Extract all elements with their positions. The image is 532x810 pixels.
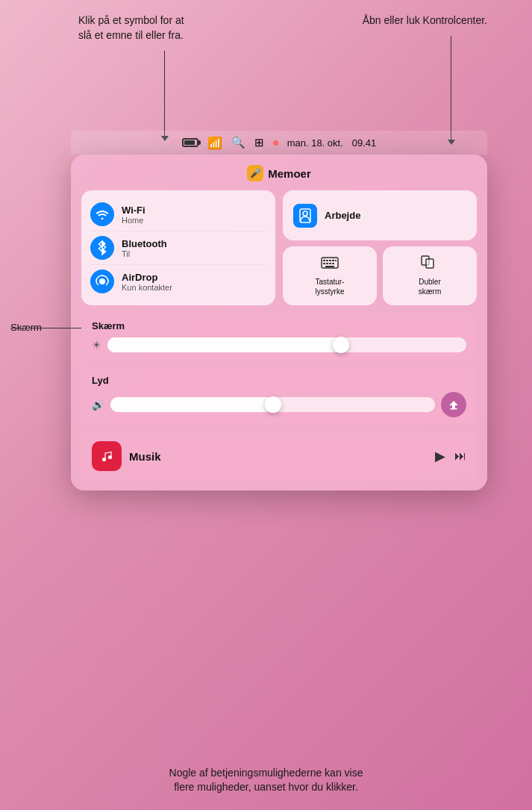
keyboard-brightness-tile[interactable]: Tastatur- lysstyrke	[283, 246, 377, 305]
svg-rect-19	[426, 259, 434, 268]
svg-rect-8	[335, 260, 337, 261]
annotation-top-right: Åbn eller luk Kontrolcenter.	[363, 13, 487, 28]
play-button[interactable]: ▶	[435, 448, 445, 464]
display-block: Skærm ☀	[81, 313, 477, 360]
sound-slider-row: 🔊	[92, 392, 466, 417]
keyboard-brightness-label: Tastatur- lysstyrke	[316, 277, 345, 296]
duplicate-screen-label: Dubler skærm	[419, 277, 442, 296]
battery-icon	[182, 138, 198, 147]
musik-label: Musik	[129, 450, 428, 463]
arbejde-tile[interactable]: Arbejde	[283, 190, 477, 240]
skarm-arrow-line	[10, 328, 81, 328]
svg-point-21	[102, 458, 106, 461]
svg-rect-11	[329, 263, 331, 264]
fast-forward-button[interactable]: ⏭	[454, 449, 466, 463]
svg-rect-9	[323, 263, 325, 264]
svg-rect-4	[323, 260, 325, 261]
control-center-panel: 🎤 Memoer Wi-Fi Home	[71, 155, 487, 490]
app-title: Memoer	[268, 167, 311, 180]
annotation-top-left: Klik på et symbol for at slå et emne til…	[78, 13, 184, 43]
musik-block: Musik ▶ ⏭	[81, 432, 477, 480]
menubar-control-center-icon[interactable]: ⊞	[254, 136, 264, 149]
arrow-line-left	[164, 51, 165, 137]
menubar: 📶 🔍 ⊞ man. 18. okt. 09.41	[71, 131, 487, 155]
airdrop-icon	[90, 270, 114, 293]
main-grid: Wi-Fi Home Bluetooth Til	[81, 190, 477, 305]
arbejde-icon	[293, 204, 317, 228]
musik-app-icon	[92, 441, 122, 471]
sound-slider-fill	[110, 397, 273, 412]
svg-rect-12	[332, 263, 334, 264]
memoer-app-icon: 🎤	[247, 165, 263, 181]
display-label: Skærm	[92, 320, 466, 331]
svg-rect-7	[332, 260, 334, 261]
display-section: Skærm Skærm ☀	[81, 313, 477, 360]
display-slider-row[interactable]: ☀	[92, 337, 466, 352]
network-tile: Wi-Fi Home Bluetooth Til	[81, 190, 275, 305]
app-title-row: 🎤 Memoer	[81, 165, 477, 181]
mirror-icon	[421, 255, 439, 272]
right-column: Arbejde	[283, 190, 477, 305]
svg-rect-13	[325, 266, 334, 267]
menubar-search-icon[interactable]: 🔍	[231, 136, 245, 149]
musik-controls: ▶ ⏭	[435, 448, 466, 464]
wifi-item[interactable]: Wi-Fi Home	[90, 198, 266, 231]
display-slider[interactable]	[107, 337, 466, 352]
svg-point-14	[324, 258, 325, 260]
bluetooth-item[interactable]: Bluetooth Til	[90, 231, 266, 264]
annotation-bottom: Nogle af betjeningsmulighederne kan vise…	[41, 766, 491, 795]
mirror-display-tile[interactable]: Dubler skærm	[383, 246, 477, 305]
svg-point-22	[108, 455, 112, 459]
wifi-icon	[90, 202, 114, 226]
sound-block: Lyd 🔊	[81, 367, 477, 425]
svg-point-0	[99, 278, 105, 284]
svg-point-2	[303, 211, 307, 216]
bluetooth-icon	[90, 236, 114, 260]
keyboard-icon	[321, 255, 339, 272]
svg-rect-20	[450, 408, 457, 410]
svg-point-16	[330, 258, 331, 259]
display-slider-fill	[107, 337, 341, 352]
sound-label: Lyd	[92, 375, 466, 386]
arrow-line-right	[451, 36, 451, 140]
sound-slider[interactable]	[110, 397, 435, 412]
svg-point-15	[327, 258, 328, 259]
arbejde-label: Arbejde	[325, 210, 360, 221]
svg-rect-10	[326, 263, 328, 264]
sun-icon: ☀	[92, 339, 101, 351]
airdrop-sub: Kun kontakter	[122, 283, 172, 292]
display-slider-thumb[interactable]	[333, 337, 349, 353]
svg-rect-5	[326, 260, 328, 261]
bottom-tiles: Tastatur- lysstyrke Dubler skærm	[283, 246, 477, 305]
svg-rect-6	[329, 260, 331, 261]
wifi-name: Wi-Fi	[122, 205, 145, 216]
menubar-date: man. 18. okt.	[287, 137, 343, 149]
menubar-wifi-icon: 📶	[207, 136, 222, 150]
airplay-button[interactable]	[441, 392, 466, 417]
notification-dot	[273, 140, 278, 146]
bluetooth-name: Bluetooth	[122, 238, 167, 249]
airdrop-item[interactable]: AirDrop Kun kontakter	[90, 264, 266, 298]
bluetooth-sub: Til	[122, 249, 167, 258]
svg-point-17	[333, 258, 334, 260]
sound-slider-thumb[interactable]	[265, 396, 281, 413]
menubar-time: 09.41	[352, 137, 377, 149]
wifi-sub: Home	[122, 216, 145, 225]
volume-icon: 🔊	[92, 399, 104, 411]
airdrop-name: AirDrop	[122, 272, 172, 283]
